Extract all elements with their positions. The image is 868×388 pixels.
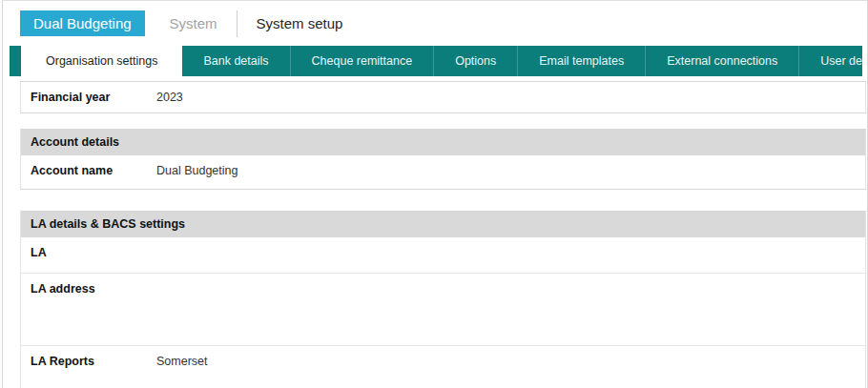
- menu-item-system[interactable]: System: [170, 10, 217, 36]
- la-address-label: LA address: [21, 282, 156, 296]
- tab-cheque-remittance[interactable]: Cheque remittance: [291, 46, 435, 76]
- menubar: Dual Budgeting System System setup: [3, 1, 867, 46]
- account-name-label: Account name: [21, 164, 156, 177]
- menubar-divider: [237, 10, 238, 37]
- tab-organisation-settings[interactable]: Organisation settings: [21, 46, 182, 76]
- spacer: [20, 113, 866, 129]
- spacer: [20, 190, 866, 211]
- account-name-row[interactable]: Account name Dual Budgeting: [21, 155, 865, 189]
- la-address-row[interactable]: LA address: [21, 274, 865, 346]
- financial-year-value: 2023: [156, 91, 183, 104]
- tab-bank-details[interactable]: Bank details: [182, 46, 290, 76]
- la-details-header: LA details & BACS settings: [21, 212, 865, 237]
- tab-options[interactable]: Options: [434, 46, 518, 76]
- settings-tabbar: Organisation settings Bank details Chequ…: [10, 46, 862, 76]
- la-details-group: LA details & BACS settings LA LA address…: [20, 211, 866, 388]
- la-reports-row[interactable]: LA Reports Somerset: [21, 346, 865, 388]
- account-details-header: Account details: [21, 130, 865, 155]
- financial-year-row[interactable]: Financial year 2023: [21, 82, 865, 112]
- financial-year-label: Financial year: [21, 91, 156, 104]
- app-window: Dual Budgeting System System setup Organ…: [2, 0, 868, 388]
- organisation-settings-panel: Financial year 2023 Account details Acco…: [20, 81, 866, 388]
- la-row[interactable]: LA: [21, 237, 865, 274]
- account-name-value: Dual Budgeting: [156, 164, 238, 177]
- la-reports-value: Somerset: [156, 355, 208, 368]
- tab-user-details[interactable]: User details: [799, 46, 868, 76]
- tab-email-templates[interactable]: Email templates: [518, 46, 646, 76]
- la-label: LA: [21, 246, 156, 259]
- tab-external-connections[interactable]: External connections: [646, 46, 799, 76]
- account-details-group: Account details Account name Dual Budget…: [20, 129, 866, 190]
- la-reports-label: LA Reports: [21, 355, 156, 368]
- financial-year-group: Financial year 2023: [20, 81, 866, 113]
- menu-item-dual-budgeting[interactable]: Dual Budgeting: [20, 10, 145, 36]
- page-title: System setup: [257, 15, 343, 31]
